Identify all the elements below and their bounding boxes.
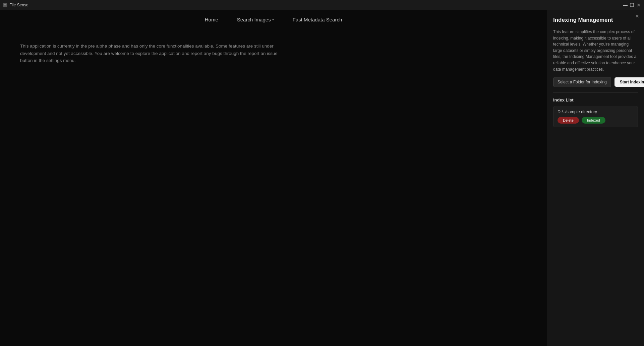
- description-area: This application is currently in the pre…: [0, 29, 302, 78]
- nav-home[interactable]: Home: [202, 15, 221, 24]
- index-list-section: Index List D:/../sample directory Delete…: [547, 93, 644, 127]
- select-folder-button[interactable]: Select a Folder for Indexing: [553, 77, 611, 87]
- right-panel: ✕ Indexing Management This feature simpl…: [547, 10, 644, 346]
- index-item-path: D:/../sample directory: [558, 110, 634, 114]
- app-title: File Sense: [9, 3, 28, 7]
- panel-close-button[interactable]: ✕: [634, 13, 641, 19]
- main-content: Home Search Images ▾ Fast Metadata Searc…: [0, 10, 644, 346]
- index-item: D:/../sample directory Delete Indexed: [553, 106, 638, 127]
- panel-title: Indexing Management: [553, 17, 638, 23]
- search-images-dropdown-arrow: ▾: [272, 18, 274, 21]
- center-content: Home Search Images ▾ Fast Metadata Searc…: [0, 10, 547, 346]
- description-text: This application is currently in the pre…: [20, 43, 282, 64]
- panel-content: Indexing Management This feature simplif…: [547, 10, 644, 92]
- index-item-actions: Delete Indexed: [558, 117, 634, 124]
- minimize-button[interactable]: —: [623, 2, 628, 8]
- nav-search-images[interactable]: Search Images ▾: [234, 15, 277, 24]
- nav-bar: Home Search Images ▾ Fast Metadata Searc…: [0, 10, 547, 29]
- panel-description: This feature simplifies the complex proc…: [553, 29, 638, 72]
- restore-button[interactable]: ❐: [629, 2, 635, 8]
- title-bar: File Sense — ❐ ✕: [0, 0, 644, 10]
- index-list-title: Index List: [553, 97, 638, 102]
- nav-fast-metadata-search[interactable]: Fast Metadata Search: [290, 15, 345, 24]
- title-bar-controls: — ❐ ✕: [623, 2, 641, 8]
- title-bar-left: File Sense: [3, 3, 28, 7]
- panel-buttons: Select a Folder for Indexing Start Index…: [553, 77, 638, 87]
- start-indexing-button[interactable]: Start Indexing: [614, 77, 644, 87]
- indexed-status-button[interactable]: Indexed: [582, 117, 605, 124]
- delete-button[interactable]: Delete: [558, 117, 579, 124]
- app-icon: [3, 3, 7, 7]
- close-button[interactable]: ✕: [636, 2, 641, 8]
